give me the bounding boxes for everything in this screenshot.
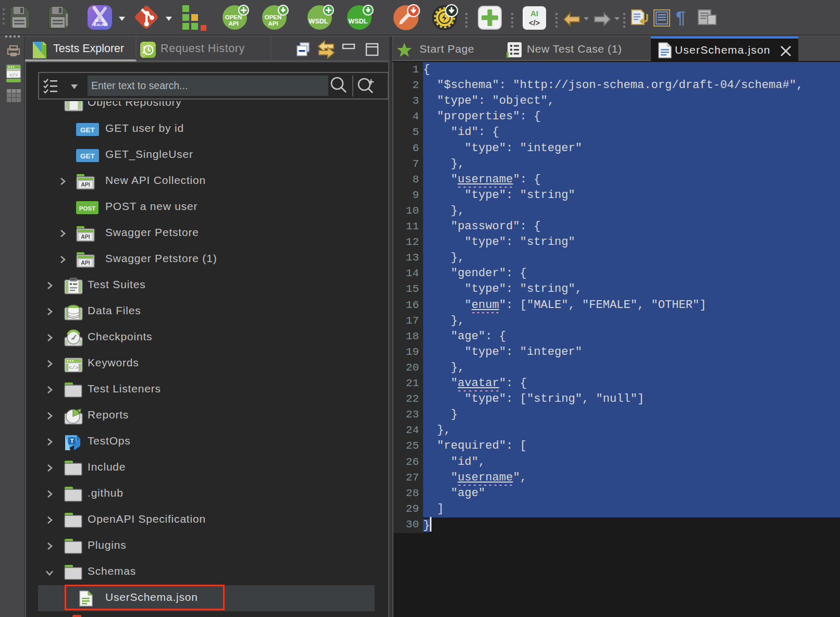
svg-text:T: T xyxy=(70,438,74,444)
svg-text:AI: AI xyxy=(530,9,538,18)
svg-text:GET: GET xyxy=(80,126,95,134)
svg-text:POST: POST xyxy=(79,205,95,212)
svg-text:API: API xyxy=(81,260,90,266)
svg-text:</>: </> xyxy=(529,19,540,27)
svg-text:WSDL: WSDL xyxy=(309,18,328,25)
svg-text:SELF-: SELF- xyxy=(95,19,105,22)
svg-text:API: API xyxy=(268,20,278,27)
svg-text:</>: </> xyxy=(9,73,18,78)
svg-text:API: API xyxy=(81,181,90,188)
svg-text:GET: GET xyxy=(80,152,95,160)
svg-text:</>: </> xyxy=(69,365,78,371)
svg-text:WSDL: WSDL xyxy=(349,18,368,25)
svg-text:API: API xyxy=(228,20,238,27)
svg-text:HEALING: HEALING xyxy=(92,23,108,27)
svg-text:API: API xyxy=(81,233,90,240)
